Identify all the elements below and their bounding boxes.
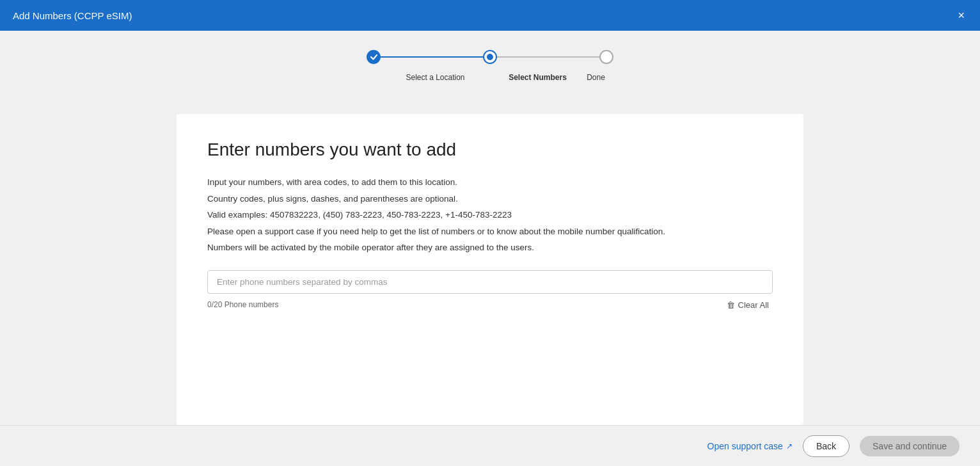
input-footer: 0/20 Phone numbers 🗑 Clear All <box>207 299 773 311</box>
main-content: Select a Location Select Numbers Done En… <box>0 31 980 425</box>
phone-count-label: 0/20 Phone numbers <box>207 300 278 309</box>
label-done-container: Done <box>589 69 603 82</box>
step-label-done: Done <box>587 73 605 82</box>
clear-all-label: Clear All <box>738 300 769 310</box>
step-circle-1 <box>367 50 381 64</box>
external-link-icon: ↗ <box>786 442 793 451</box>
step-line-2 <box>497 56 599 58</box>
open-support-button[interactable]: Open support case ↗ <box>707 441 793 451</box>
desc-line-1: Input your numbers, with area codes, to … <box>207 175 773 189</box>
step-label-location: Select a Location <box>406 73 464 82</box>
close-button[interactable]: × <box>955 7 967 24</box>
step-done <box>599 50 613 64</box>
desc-line-2: Country codes, plus signs, dashes, and p… <box>207 192 773 206</box>
step-select-numbers <box>483 50 497 64</box>
footer: Open support case ↗ Back Save and contin… <box>0 425 980 466</box>
step-line-1 <box>381 56 483 58</box>
step-select-location <box>367 50 381 64</box>
card-title: Enter numbers you want to add <box>207 140 773 160</box>
desc-line-4: Please open a support case if you need h… <box>207 225 773 239</box>
trash-icon: 🗑 <box>727 300 735 310</box>
header: Add Numbers (CCPP eSIM) × <box>0 0 980 31</box>
input-area: 0/20 Phone numbers 🗑 Clear All <box>207 270 773 311</box>
phone-numbers-input[interactable] <box>207 270 773 294</box>
steps-row <box>367 50 613 64</box>
label-numbers-container: Select Numbers <box>487 69 589 82</box>
desc-line-3: Valid examples: 4507832223, (450) 783-22… <box>207 208 773 222</box>
back-button[interactable]: Back <box>803 435 850 457</box>
step-circle-2 <box>483 50 497 64</box>
steps-labels: Select a Location Select Numbers Done <box>377 69 603 82</box>
open-support-label: Open support case <box>707 441 783 451</box>
header-title: Add Numbers (CCPP eSIM) <box>13 10 132 21</box>
save-continue-button[interactable]: Save and continue <box>860 436 960 456</box>
step-label-numbers: Select Numbers <box>509 73 567 82</box>
clear-all-button[interactable]: 🗑 Clear All <box>723 299 773 311</box>
step-circle-3 <box>599 50 613 64</box>
main-card: Enter numbers you want to add Input your… <box>177 114 803 425</box>
label-location-container: Select a Location <box>384 69 487 82</box>
desc-line-5: Numbers will be activated by the mobile … <box>207 241 773 255</box>
stepper: Select a Location Select Numbers Done <box>0 31 980 114</box>
